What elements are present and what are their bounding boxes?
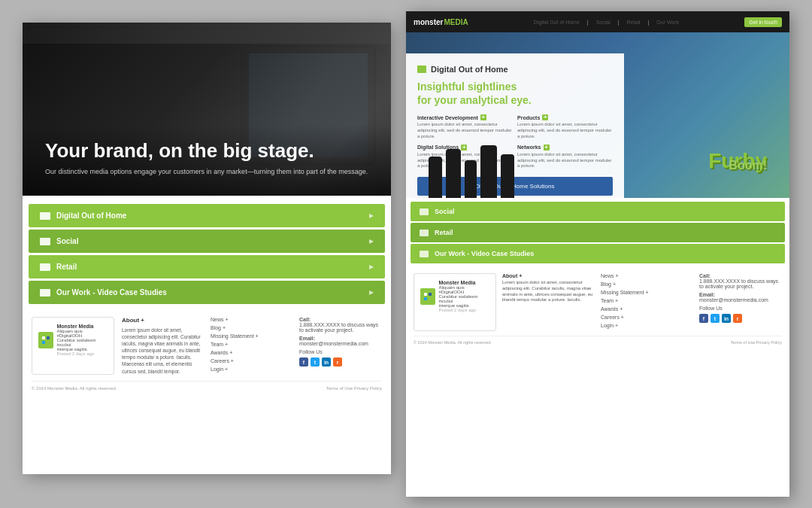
headline-line2: for your analytical eye. <box>417 94 532 106</box>
right-work-label: Our Work - Video Case Studies <box>435 250 534 257</box>
grid-item-interactive: Interactive Development Lorem ipsum dolo… <box>417 114 513 139</box>
svg-rect-7 <box>429 297 432 300</box>
right-social-icons: f t in r <box>699 314 782 323</box>
right-social-posted: Posted 2 days ago <box>438 308 489 312</box>
right-logo: monster MEDIA <box>414 18 468 26</box>
menu-item-retail[interactable]: Retail ▶ <box>29 255 385 278</box>
page-wrapper: monster MEDIA Digital Out of Home | Soci… <box>0 0 812 508</box>
right-chat-icon <box>420 208 429 215</box>
person-5 <box>501 154 514 198</box>
social-handle1: Aliquam quis #DigitalOOH <box>56 329 108 338</box>
footer-nav-awards[interactable]: Awards + <box>211 350 292 355</box>
svg-rect-4 <box>424 293 427 296</box>
right-footer-about: About + Lorem ipsum dolor sit amet, cons… <box>502 273 595 331</box>
footer-contact: Call: 1.888.XXX.XXXX to discuss ways to … <box>299 317 382 375</box>
footer-nav-mission[interactable]: Missing Statement + <box>211 333 292 339</box>
right-facebook-icon[interactable]: f <box>699 314 708 323</box>
right-social-handle1: Aliquam quis #DigitalOOH <box>438 285 489 294</box>
speaker-icon <box>40 263 50 271</box>
twitter-icon[interactable]: t <box>311 357 320 367</box>
chevron-right-icon-2: ▶ <box>369 238 374 245</box>
right-menu-social[interactable]: Social <box>411 202 785 221</box>
svg-rect-0 <box>42 336 45 339</box>
footer-nav-login[interactable]: Login + <box>211 367 292 372</box>
right-social-company: Monster Media <box>438 280 489 285</box>
social-company: Monster Media <box>56 324 108 329</box>
right-linkedin-icon[interactable]: in <box>722 314 731 323</box>
menu-item-social[interactable]: Social ▶ <box>29 230 385 253</box>
rnav-retail[interactable]: Retail <box>627 20 641 25</box>
terms-link[interactable]: Terms of Use Privacy Policy <box>326 386 382 391</box>
menu-item-work[interactable]: Our Work - Video Case Studies ▶ <box>29 281 385 304</box>
right-call-number: 1.888.XXX.XXXX <box>699 278 740 284</box>
right-footer-login[interactable]: Login + <box>601 323 693 328</box>
right-contact-call: Call: 1.888.XXX.XXXX to discuss ways to … <box>699 273 782 289</box>
right-contact-email: Email: monster@monstermedia.com <box>699 292 782 303</box>
social-handle2: Curabitur sodalesm incubui <box>56 338 108 347</box>
contact-call: Call: 1.888.XXX.XXXX to discuss ways to … <box>299 317 382 333</box>
digital-ooh-icon <box>417 65 426 73</box>
person-1 <box>429 157 442 198</box>
right-social-card-header: Monster Media Aliquam quis #DigitalOOH C… <box>420 280 489 312</box>
footer-nav-blog[interactable]: Blog + <box>211 325 292 330</box>
footer-nav-careers[interactable]: Careers + <box>211 358 292 364</box>
rnav-social[interactable]: Social <box>596 20 611 25</box>
email-value: monster@monstermedia.com <box>299 341 368 346</box>
left-footer: Monster Media Aliquam quis #DigitalOOH C… <box>23 309 391 398</box>
email-label: Email: <box>299 336 315 341</box>
rnav-digital[interactable]: Digital Out of Home <box>534 20 580 25</box>
right-footer-mission[interactable]: Missing Statement + <box>601 290 693 295</box>
right-logo-monster: monster <box>414 18 443 26</box>
svg-rect-2 <box>42 341 45 344</box>
rnav-work[interactable]: Our Work <box>656 20 679 25</box>
footer-nav-team[interactable]: Team + <box>211 342 292 347</box>
copyright: © 2014 Monster Media. All rights reserve… <box>32 386 117 391</box>
right-menu: Social Retail Our Work - Video Case Stud… <box>406 198 789 267</box>
left-footer-bottom: © 2014 Monster Media. All rights reserve… <box>32 381 382 391</box>
headline-line1: Insightful sightlines <box>417 81 517 93</box>
footer-about: About + Lorem ipsum dolor sit amet, cons… <box>122 317 203 375</box>
right-nav-header: monster MEDIA Digital Out of Home | Soci… <box>406 11 789 32</box>
right-footer-careers[interactable]: Careers + <box>601 315 693 320</box>
svg-rect-1 <box>47 336 50 339</box>
right-social-handle2: Curabitur sodalesm incubui <box>438 294 489 303</box>
svg-rect-6 <box>424 297 427 300</box>
person-2 <box>446 149 461 198</box>
right-menu-retail[interactable]: Retail <box>411 223 785 242</box>
right-about-label[interactable]: About + <box>502 273 595 278</box>
right-menu-work[interactable]: Our Work - Video Case Studies <box>411 244 785 263</box>
people-silhouettes <box>406 138 789 198</box>
social-card-header: Monster Media Aliquam quis #DigitalOOH C… <box>38 324 108 356</box>
right-footer-bottom: © 2014 Monster Media. All rights reserve… <box>414 336 782 345</box>
facebook-icon[interactable]: f <box>299 357 308 367</box>
right-footer-news[interactable]: News + <box>601 273 693 278</box>
footer-nav: News + Blog + Missing Statement + Team +… <box>211 317 292 375</box>
linkedin-icon[interactable]: in <box>322 357 331 367</box>
right-social-avatar <box>420 288 435 305</box>
footer-nav-news[interactable]: News + <box>211 317 292 322</box>
right-social-card: Monster Media Aliquam quis #DigitalOOH C… <box>414 273 496 331</box>
right-email-value: monster@monstermedia.com <box>699 297 768 303</box>
svg-rect-3 <box>47 341 50 344</box>
footer-social-card: Monster Media Aliquam quis #DigitalOOH C… <box>32 317 114 375</box>
grid-item-products: Products Lorem ipsum dolor sit amet, con… <box>517 114 613 139</box>
right-get-in-touch-button[interactable]: Get in touch <box>744 17 782 27</box>
left-hero: Your brand, on the big stage. Our distin… <box>23 23 391 196</box>
right-terms-link[interactable]: Terms of Use Privacy Policy <box>731 340 782 345</box>
about-label[interactable]: About + <box>122 317 203 324</box>
chevron-right-icon-3: ▶ <box>369 263 374 270</box>
menu-item-digital[interactable]: Digital Out of Home ▶ <box>29 204 385 227</box>
monitor-icon <box>40 212 50 220</box>
right-footer-blog[interactable]: Blog + <box>601 281 693 287</box>
menu-item-social-label: Social <box>56 237 78 245</box>
right-rss-icon[interactable]: r <box>733 314 742 323</box>
play-icon <box>40 289 50 297</box>
menu-item-work-label: Our Work - Video Case Studies <box>56 288 167 297</box>
rss-icon[interactable]: r <box>333 357 342 367</box>
right-footer-team[interactable]: Team + <box>601 298 693 303</box>
right-twitter-icon[interactable]: t <box>710 314 720 323</box>
call-number: 1.888.XXX.XXXX <box>299 322 340 327</box>
right-footer-awards[interactable]: Awards + <box>601 306 693 312</box>
right-email-label: Email: <box>699 292 715 297</box>
digital-ooh-header: Digital Out of Home <box>417 65 613 74</box>
